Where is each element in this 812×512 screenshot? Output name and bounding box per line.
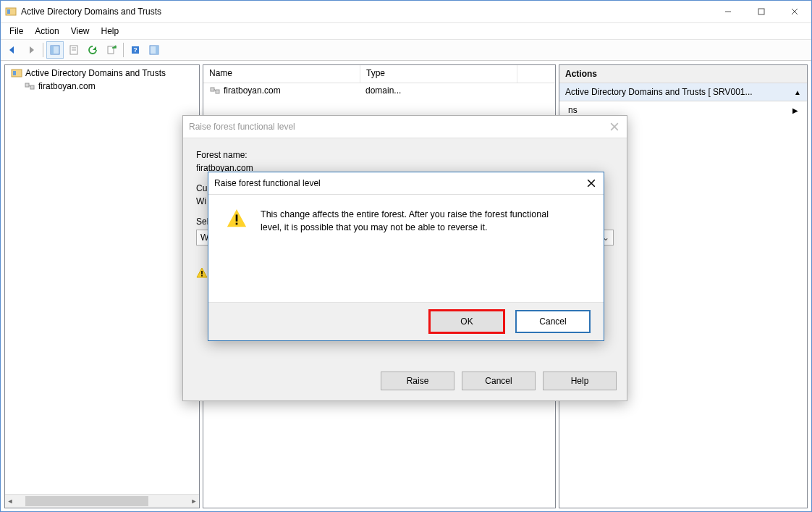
dlg1-title: Raise forest functional level (189, 122, 295, 132)
svg-text:?: ? (133, 46, 138, 54)
scroll-right-icon[interactable]: ► (189, 496, 199, 506)
back-button[interactable] (4, 41, 21, 59)
toolbar-sep (43, 43, 43, 57)
chevron-right-icon: ▶ (792, 106, 798, 114)
domain-icon (24, 80, 35, 92)
actions-title: Actions (559, 65, 807, 83)
warning-icon (196, 267, 208, 279)
toolbar-sep2 (123, 43, 124, 57)
menu-file[interactable]: File (4, 25, 29, 38)
confirm-dialog: Raise forest functional level This chang… (208, 172, 604, 341)
list-row[interactable]: firatboyan.com domain... (203, 83, 555, 98)
svg-rect-30 (236, 214, 238, 221)
actions-selected[interactable]: Active Directory Domains and Trusts [ SR… (559, 83, 807, 101)
row-type: domain... (360, 83, 407, 98)
tree-root[interactable]: Active Directory Domains and Trusts (7, 67, 198, 80)
tree-node-label: firatboyan.com (38, 81, 96, 91)
window-title: Active Directory Domains and Trusts (21, 7, 711, 17)
list-header: Name Type (203, 65, 555, 83)
show-tree-button[interactable] (46, 41, 64, 59)
scroll-thumb[interactable] (25, 496, 148, 506)
tree-body: Active Directory Domains and Trusts fira… (5, 65, 199, 494)
col-name[interactable]: Name (203, 65, 360, 83)
menu-view[interactable]: View (65, 25, 96, 38)
raise-button[interactable]: Raise (381, 372, 454, 390)
menubar: File Action View Help (1, 23, 811, 40)
actions-more-label: ns (568, 105, 578, 115)
tree-pane: Active Directory Domains and Trusts fira… (4, 64, 200, 508)
properties-button[interactable] (65, 41, 83, 59)
cancel-button[interactable]: Cancel (515, 310, 591, 333)
svg-rect-31 (236, 223, 238, 225)
close-icon (610, 122, 619, 131)
scroll-left-icon[interactable]: ◄ (5, 496, 15, 506)
tree-root-label: Active Directory Domains and Trusts (25, 68, 166, 78)
help-button[interactable]: Help (543, 372, 617, 390)
svg-rect-17 (13, 71, 16, 75)
dlg2-buttons: OK Cancel (208, 302, 604, 340)
svg-rect-21 (211, 88, 214, 91)
row-name: firatboyan.com (224, 85, 281, 96)
ok-button[interactable]: OK (428, 309, 505, 334)
menu-action[interactable]: Action (29, 25, 64, 38)
actions-selected-label: Active Directory Domains and Trusts [ SR… (565, 87, 753, 97)
forward-button[interactable] (22, 41, 40, 59)
chevron-up-icon: ▲ (794, 88, 801, 96)
forest-name-label: Forest name: (196, 150, 614, 160)
svg-rect-7 (51, 46, 54, 54)
dlg2-title: Raise forest functional level (214, 178, 321, 188)
dlg1-buttons: Raise Cancel Help (381, 372, 617, 390)
svg-rect-22 (216, 90, 219, 93)
app-window: Active Directory Domains and Trusts File… (0, 0, 812, 512)
tree-node-domain[interactable]: firatboyan.com (7, 80, 198, 93)
warning-icon (226, 208, 248, 230)
svg-rect-27 (201, 275, 203, 277)
dlg2-close-button[interactable] (585, 177, 598, 190)
dlg2-titlebar: Raise forest functional level (208, 172, 604, 195)
svg-rect-15 (156, 46, 158, 54)
col-type[interactable]: Type (360, 65, 517, 83)
svg-rect-18 (25, 83, 29, 87)
help-button[interactable]: ? (127, 41, 144, 59)
close-button[interactable] (778, 1, 811, 22)
svg-rect-19 (30, 85, 34, 89)
dlg1-close-button[interactable] (608, 120, 621, 133)
menu-help[interactable]: Help (96, 25, 125, 38)
svg-rect-3 (758, 9, 764, 14)
dlg2-body: This change affects the entire forest. A… (208, 195, 604, 234)
domains-icon (11, 67, 22, 79)
svg-rect-26 (201, 271, 203, 274)
minimize-button[interactable] (711, 1, 745, 22)
dlg2-message: This change affects the entire forest. A… (261, 208, 557, 234)
toolbar: ? (1, 40, 811, 61)
dlg1-titlebar: Raise forest functional level (183, 116, 627, 138)
cancel-button[interactable]: Cancel (462, 372, 536, 390)
svg-rect-1 (7, 9, 10, 14)
close-icon (587, 179, 596, 188)
tree-scrollbar-x[interactable]: ◄ ► (5, 494, 199, 508)
actions-pane-button[interactable] (145, 41, 163, 59)
export-button[interactable] (103, 41, 120, 59)
refresh-button[interactable] (84, 41, 101, 59)
titlebar: Active Directory Domains and Trusts (1, 1, 811, 23)
app-icon (5, 6, 17, 17)
domain-icon (209, 85, 221, 96)
maximize-button[interactable] (745, 1, 778, 22)
